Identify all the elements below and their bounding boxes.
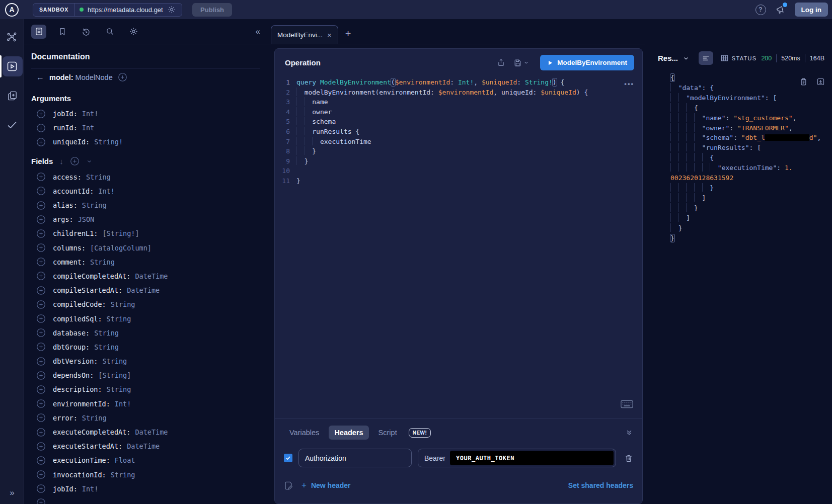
field-row[interactable]: uniqueId:String! — [31, 135, 260, 149]
add-field-icon[interactable] — [36, 399, 46, 408]
add-field-icon[interactable] — [36, 314, 46, 323]
add-field-icon[interactable] — [36, 201, 46, 210]
add-field-icon[interactable] — [36, 243, 46, 253]
environment-variables-icon[interactable] — [284, 481, 293, 490]
field-row[interactable]: columns:[CatalogColumn] — [31, 241, 260, 255]
new-tab-icon[interactable]: + — [345, 28, 351, 40]
sort-fields-icon[interactable]: ↓ — [59, 157, 63, 165]
nav-schema[interactable] — [0, 26, 24, 48]
header-value-input[interactable]: Bearer YOUR_AUTH_TOKEN — [418, 449, 616, 467]
field-row[interactable]: compileStartedAt:DateTime — [31, 283, 260, 297]
field-row[interactable]: executeStartedAt:DateTime — [31, 439, 260, 453]
tab-script[interactable]: Script — [373, 426, 403, 440]
keyboard-shortcuts-icon[interactable] — [621, 400, 633, 408]
settings-gear-icon[interactable] — [126, 25, 141, 39]
set-shared-headers-link[interactable]: Set shared headers — [568, 481, 633, 489]
endpoint-url[interactable]: https://metadata.cloud.get — [88, 6, 163, 14]
table-view-button[interactable] — [717, 51, 731, 65]
field-row[interactable]: jobId:Int! — [31, 107, 260, 121]
response-dropdown-chevron-icon[interactable] — [683, 55, 690, 62]
field-row[interactable] — [31, 496, 260, 504]
add-field-icon[interactable] — [36, 371, 46, 380]
field-row[interactable]: executeCompletedAt:DateTime — [31, 425, 260, 439]
add-field-icon[interactable] — [36, 357, 46, 366]
copy-response-icon[interactable] — [799, 77, 808, 86]
operation-overflow-menu[interactable]: ••• — [624, 80, 634, 88]
search-icon[interactable] — [102, 25, 117, 39]
add-field-icon[interactable] — [36, 413, 46, 423]
field-row[interactable]: args:JSON — [31, 212, 260, 226]
field-row[interactable]: compiledCode:String — [31, 297, 260, 311]
chevron-down-icon[interactable] — [86, 158, 93, 164]
add-field-icon[interactable] — [36, 257, 46, 267]
history-view-button[interactable] — [79, 25, 94, 39]
graphql-editor[interactable]: 1query ModelByEnvironment($environmentId… — [275, 77, 642, 186]
announcements-megaphone-icon[interactable] — [775, 5, 786, 15]
field-row[interactable]: executionTime:Float — [31, 453, 260, 467]
add-field-icon[interactable] — [36, 172, 46, 182]
download-response-icon[interactable] — [816, 77, 825, 86]
publish-button[interactable]: Publish — [192, 3, 232, 17]
bookmarks-view-button[interactable] — [55, 25, 70, 39]
collapse-panel-double-chevron-icon[interactable] — [625, 429, 633, 437]
add-field-icon[interactable] — [36, 498, 46, 504]
endpoint-settings-gear-icon[interactable] — [167, 5, 176, 14]
add-field-icon[interactable] — [36, 215, 46, 224]
field-row[interactable]: comment:String — [31, 255, 260, 269]
nav-sandbox-pages[interactable] — [0, 85, 24, 107]
add-type-icon[interactable] — [118, 72, 127, 82]
add-field-icon[interactable] — [36, 328, 46, 338]
add-field-icon[interactable] — [36, 271, 46, 281]
add-field-icon[interactable] — [36, 342, 46, 352]
add-field-icon[interactable] — [36, 442, 46, 451]
add-field-icon[interactable] — [36, 470, 46, 479]
login-button[interactable]: Log in — [795, 3, 828, 17]
tab-variables[interactable]: Variables — [284, 426, 325, 440]
field-row[interactable]: accountId:Int! — [31, 184, 260, 198]
field-row[interactable]: runId:Int — [31, 121, 260, 135]
field-row[interactable]: error:String — [31, 411, 260, 425]
nav-checks[interactable] — [0, 114, 24, 136]
add-field-icon[interactable] — [36, 123, 46, 133]
field-row[interactable]: alias:String — [31, 198, 260, 212]
new-header-button[interactable]: + New header — [301, 480, 351, 490]
field-row[interactable]: compiledSql:String — [31, 311, 260, 325]
add-field-icon[interactable] — [36, 385, 46, 394]
field-row[interactable]: compileCompletedAt:DateTime — [31, 269, 260, 283]
run-operation-button[interactable]: ModelByEnvironment — [540, 55, 634, 70]
field-row[interactable]: dbtGroup:String — [31, 340, 260, 354]
raw-view-button[interactable] — [699, 51, 713, 65]
add-field-icon[interactable] — [36, 300, 46, 309]
share-operation-icon[interactable] — [497, 58, 505, 67]
add-field-icon[interactable] — [36, 109, 46, 119]
auth-token-value[interactable]: YOUR_AUTH_TOKEN — [450, 451, 614, 465]
add-field-icon[interactable] — [36, 456, 46, 465]
add-field-icon[interactable] — [36, 286, 46, 295]
expand-rail-chevrons[interactable]: » — [0, 488, 24, 498]
add-field-icon[interactable] — [36, 428, 46, 437]
nav-explorer[interactable] — [0, 55, 24, 77]
add-field-icon[interactable] — [36, 229, 46, 238]
header-key-input[interactable]: Authorization — [298, 449, 412, 467]
field-row[interactable]: dependsOn:[String] — [31, 368, 260, 382]
documentation-view-button[interactable] — [31, 25, 46, 39]
tab-headers[interactable]: Headers — [329, 426, 368, 440]
field-row[interactable]: dbtVersion:String — [31, 354, 260, 368]
add-field-icon[interactable] — [36, 484, 46, 493]
delete-header-trash-icon[interactable] — [624, 454, 633, 463]
help-icon[interactable]: ? — [755, 5, 766, 15]
breadcrumb-type[interactable]: ModelNode — [75, 73, 113, 81]
endpoint-url-input[interactable]: https://metadata.cloud.get — [75, 5, 182, 14]
close-tab-icon[interactable]: × — [327, 31, 332, 39]
add-field-icon[interactable] — [36, 186, 46, 196]
field-row[interactable]: access:String — [31, 170, 260, 184]
save-operation-button[interactable] — [513, 58, 529, 67]
field-row[interactable]: jobId:Int! — [31, 482, 260, 496]
header-enabled-checkbox[interactable] — [284, 454, 292, 462]
field-row[interactable]: environmentId:Int! — [31, 397, 260, 411]
add-field-icon[interactable] — [36, 137, 46, 147]
field-row[interactable]: invocationId:String — [31, 468, 260, 482]
add-all-fields-icon[interactable] — [70, 156, 80, 166]
operation-tab[interactable]: ModelByEnvi... × — [271, 25, 338, 44]
back-arrow-icon[interactable]: ← — [36, 73, 44, 82]
